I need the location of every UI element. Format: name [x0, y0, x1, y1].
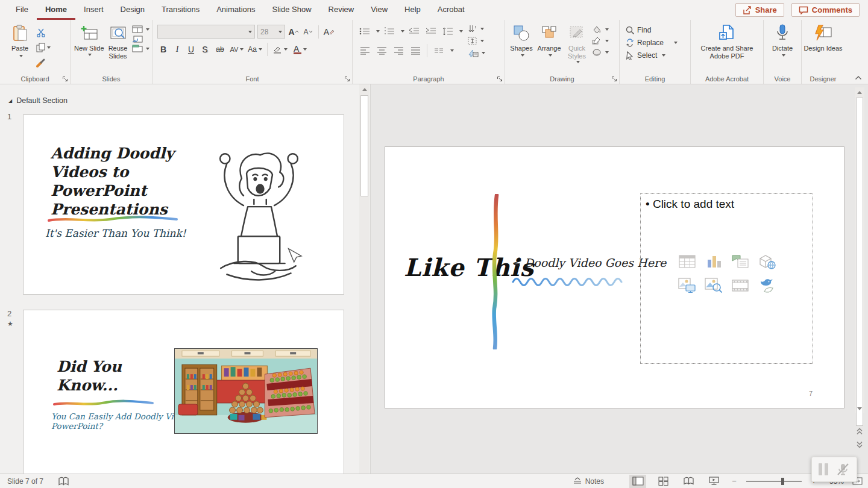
- text-direction-button[interactable]: [468, 25, 485, 33]
- menu-transitions[interactable]: Transitions: [153, 0, 208, 20]
- find-button[interactable]: Find: [626, 26, 690, 34]
- select-button[interactable]: Select: [626, 51, 690, 60]
- arrange-button[interactable]: Arrange: [535, 20, 563, 70]
- quick-styles-button[interactable]: Quick Styles: [563, 20, 591, 70]
- font-name-combobox[interactable]: [157, 25, 255, 39]
- reuse-slides-button[interactable]: Reuse Slides: [104, 20, 132, 70]
- copy-button[interactable]: [34, 41, 53, 54]
- paragraph-dialog-launcher[interactable]: [497, 76, 503, 82]
- slide-editing-surface[interactable]: Like This < Doodly Video Goes Here • Cli…: [385, 146, 844, 408]
- previous-slide-button[interactable]: [855, 427, 864, 436]
- align-text-button[interactable]: [468, 37, 485, 45]
- bold-button[interactable]: B: [157, 43, 169, 56]
- thumbnail-scrollbar[interactable]: [359, 84, 370, 474]
- shrink-font-button[interactable]: A: [302, 25, 314, 38]
- normal-view-button[interactable]: [629, 475, 646, 488]
- numbering-button[interactable]: [382, 25, 397, 38]
- section-button[interactable]: [132, 45, 149, 52]
- justify-button[interactable]: [408, 44, 423, 57]
- paste-button[interactable]: Paste: [6, 20, 34, 70]
- insert-smartart-icon[interactable]: [731, 253, 750, 270]
- section-header[interactable]: ◢ Default Section: [8, 96, 68, 105]
- notes-toggle-button[interactable]: Notes: [573, 477, 604, 486]
- menu-slideshow[interactable]: Slide Show: [263, 0, 319, 20]
- slide-sorter-view-button[interactable]: [655, 475, 671, 488]
- decrease-indent-button[interactable]: [407, 25, 421, 38]
- line-spacing-button[interactable]: [441, 25, 455, 38]
- collapse-ribbon-button[interactable]: [855, 75, 862, 80]
- reset-button[interactable]: [132, 35, 149, 43]
- align-center-button[interactable]: [374, 44, 389, 57]
- text-shadow-button[interactable]: S: [199, 43, 211, 56]
- reading-view-button[interactable]: [680, 475, 697, 488]
- content-placeholder[interactable]: • Click to add text: [640, 193, 813, 364]
- design-ideas-button[interactable]: Design Ideas: [804, 20, 842, 70]
- replace-button[interactable]: Replace: [626, 39, 690, 47]
- menu-review[interactable]: Review: [320, 0, 363, 20]
- menu-home[interactable]: Home: [37, 0, 75, 20]
- font-dialog-launcher[interactable]: [344, 76, 350, 82]
- menu-design[interactable]: Design: [112, 0, 153, 20]
- shapes-button[interactable]: Shapes: [508, 20, 535, 70]
- menu-file[interactable]: File: [7, 0, 37, 20]
- italic-button[interactable]: I: [171, 43, 183, 56]
- strikethrough-button[interactable]: ab: [213, 43, 227, 56]
- thumbnail-scrollbar-thumb[interactable]: [360, 95, 368, 196]
- font-size-combobox[interactable]: 28: [257, 25, 285, 39]
- increase-indent-button[interactable]: [424, 25, 438, 38]
- menu-animations[interactable]: Animations: [208, 0, 263, 20]
- insert-online-pictures-icon[interactable]: [704, 277, 723, 294]
- slide-1-thumbnail[interactable]: Adding Doodly Videos to PowerPoint Prese…: [23, 114, 344, 295]
- bullets-button[interactable]: [357, 25, 372, 38]
- placeholder-prompt[interactable]: • Click to add text: [646, 198, 734, 211]
- menu-acrobat[interactable]: Acrobat: [429, 0, 473, 20]
- share-button[interactable]: Share: [735, 3, 784, 17]
- align-right-button[interactable]: [391, 44, 406, 57]
- insert-table-icon[interactable]: [678, 253, 697, 270]
- main-scroll-up[interactable]: [855, 87, 864, 97]
- align-left-button[interactable]: [357, 44, 372, 57]
- format-painter-button[interactable]: [34, 56, 48, 69]
- clipboard-dialog-launcher[interactable]: [62, 76, 68, 82]
- thumbnail-scroll-up[interactable]: [359, 84, 370, 94]
- underline-button[interactable]: U: [185, 43, 197, 56]
- slideshow-view-button[interactable]: [705, 475, 722, 488]
- character-spacing-button[interactable]: AV: [229, 43, 245, 56]
- slide-2-thumbnail[interactable]: Did You Know... You Can Easily Add Doodl…: [23, 310, 344, 474]
- accessibility-book-icon[interactable]: [58, 477, 69, 486]
- insert-chart-icon[interactable]: [704, 253, 723, 270]
- main-scrollbar[interactable]: [855, 87, 864, 413]
- menu-view[interactable]: View: [362, 0, 396, 20]
- grow-font-button[interactable]: A: [288, 25, 300, 38]
- shape-outline-button[interactable]: [592, 37, 609, 45]
- zoom-slider-thumb[interactable]: [781, 478, 784, 485]
- pause-icon[interactable]: [819, 463, 828, 475]
- layout-button[interactable]: [132, 25, 149, 33]
- columns-button[interactable]: [432, 44, 446, 57]
- menu-help[interactable]: Help: [396, 0, 429, 20]
- comments-button[interactable]: Comments: [791, 3, 860, 17]
- zoom-slider[interactable]: [746, 481, 802, 482]
- dictate-button[interactable]: Dictate: [769, 20, 796, 70]
- font-color-button[interactable]: A: [291, 43, 309, 56]
- zoom-out-button[interactable]: −: [731, 477, 738, 486]
- insert-3d-model-icon[interactable]: [757, 253, 776, 270]
- menu-insert[interactable]: Insert: [75, 0, 112, 20]
- insert-stock-image-icon[interactable]: [678, 277, 697, 294]
- new-slide-button[interactable]: New Slide: [74, 20, 104, 70]
- shape-fill-button[interactable]: [592, 25, 609, 33]
- insert-video-icon[interactable]: [731, 277, 750, 294]
- change-case-button[interactable]: Aa: [247, 43, 263, 56]
- create-share-pdf-button[interactable]: Create and Share Adobe PDF: [691, 20, 763, 70]
- main-scrollbar-thumb[interactable]: [856, 98, 863, 426]
- convert-smartart-button[interactable]: [468, 49, 485, 57]
- main-scroll-down[interactable]: [855, 404, 864, 413]
- highlight-color-button[interactable]: [271, 43, 289, 56]
- microphone-off-icon[interactable]: [835, 462, 850, 477]
- cut-button[interactable]: [34, 26, 48, 39]
- insert-icons-icon[interactable]: [757, 277, 776, 294]
- next-slide-button[interactable]: [855, 440, 864, 449]
- shape-effects-button[interactable]: [592, 48, 609, 56]
- clear-formatting-button[interactable]: A: [323, 25, 335, 38]
- drawing-dialog-launcher[interactable]: [611, 76, 617, 82]
